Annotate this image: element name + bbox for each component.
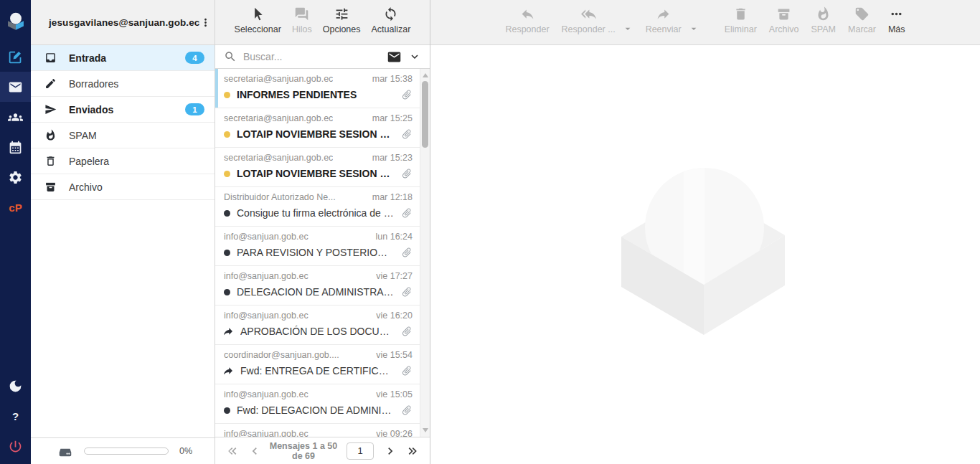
read-dot-icon: [224, 289, 230, 295]
message-row[interactable]: secretaria@sanjuan.gob.ecmar 15:25LOTAIP…: [215, 108, 420, 148]
message-sender: info@sanjuan.gob.ec: [224, 389, 308, 399]
read-dot-icon: [224, 407, 230, 414]
scrollbar-up-arrow[interactable]: [423, 73, 428, 77]
search-options-chevron-down-icon[interactable]: [408, 50, 421, 63]
toolbar-button-spam[interactable]: SPAM: [811, 6, 837, 34]
toolbar-button-responder[interactable]: Responder: [505, 6, 549, 34]
toolbar-button-seleccionar[interactable]: Seleccionar: [235, 6, 281, 34]
toolbar-button-eliminar[interactable]: Eliminar: [725, 6, 757, 34]
search-source-envelope-icon[interactable]: [387, 49, 402, 65]
cursor-icon: [250, 6, 265, 22]
tune-icon: [334, 6, 349, 22]
app-logo-button[interactable]: [0, 0, 31, 42]
toolbar-button-marcar[interactable]: Marcar: [848, 6, 876, 34]
message-row[interactable]: coordinador@sanjuan.gob....vie 15:54Fwd:…: [215, 345, 420, 384]
mail-button[interactable]: [0, 72, 31, 102]
more-icon: [889, 6, 904, 22]
toolbar-button-label: Hilos: [292, 24, 312, 34]
settings-button[interactable]: [0, 162, 31, 192]
previous-page-button[interactable]: [246, 442, 263, 460]
message-actions-toolbar: ResponderResponder ...ReenviarEliminarAr…: [430, 0, 980, 45]
calendar-button[interactable]: [0, 132, 31, 162]
page-number-input[interactable]: [347, 442, 374, 460]
toolbar-caret-responder[interactable]: [622, 23, 633, 34]
first-page-button[interactable]: [224, 442, 241, 460]
folder-item-archivo[interactable]: Archivo: [31, 174, 215, 200]
account-email: jesusgavilanes@sanjuan.gob.ec: [49, 17, 199, 28]
toolbar-button-label: Más: [888, 24, 905, 34]
forwarded-icon: [222, 326, 234, 337]
message-time: mar 15:25: [372, 113, 413, 123]
toolbar-button-label: Reenviar: [646, 24, 682, 34]
folder-item-papelera[interactable]: Papelera: [31, 148, 215, 174]
toolbar-button-label: Seleccionar: [235, 24, 281, 34]
compose-button[interactable]: [0, 42, 31, 72]
message-row[interactable]: info@sanjuan.gob.ecvie 15:05Fwd: DELEGAC…: [215, 384, 420, 424]
toolbar-button-archivo[interactable]: Archivo: [769, 6, 799, 34]
cpanel-icon: cP: [9, 202, 22, 214]
message-row[interactable]: Distribuidor Autorizado Ne...mar 12:18Co…: [215, 187, 420, 227]
toolbar-button-reenviar[interactable]: Reenviar: [646, 6, 682, 34]
toolbar-button-responder[interactable]: Responder ...: [562, 6, 616, 34]
pencil-icon: [44, 77, 57, 90]
help-button[interactable]: ?: [0, 401, 31, 431]
toolbar-button-opciones[interactable]: Opciones: [323, 6, 361, 34]
reading-pane: ResponderResponder ...ReenviarEliminarAr…: [430, 0, 980, 464]
toolbar-button-hilos[interactable]: Hilos: [292, 6, 312, 34]
archive-icon: [776, 6, 791, 22]
search-input[interactable]: [243, 51, 380, 62]
message-row[interactable]: info@sanjuan.gob.eclun 16:24PARA REVISIO…: [215, 227, 420, 266]
account-menu-button[interactable]: [199, 14, 212, 31]
folder-label: Entrada: [69, 52, 185, 64]
next-page-button[interactable]: [382, 442, 399, 460]
message-list: secretaria@sanjuan.gob.ecmar 15:38INFORM…: [215, 69, 420, 437]
toolbar-button-label: SPAM: [811, 24, 837, 34]
disk-usage-bar: [84, 448, 169, 455]
message-row[interactable]: info@sanjuan.gob.ecvie 09:26: [215, 424, 420, 437]
message-subject: LOTAIP NOVIEMBRE SESION 061: [237, 168, 395, 179]
folder-item-entrada[interactable]: Entrada4: [31, 45, 215, 71]
folder-label: Papelera: [69, 156, 204, 167]
search-bar: [215, 45, 430, 69]
scrollbar-thumb[interactable]: [422, 81, 428, 148]
nav-rail: cP ?: [0, 0, 31, 464]
contacts-button[interactable]: [0, 102, 31, 132]
message-sender: info@sanjuan.gob.ec: [224, 271, 308, 281]
pagination-label: Mensajes 1 a 50 de 69: [268, 441, 339, 461]
folder-label: Borradores: [69, 78, 204, 90]
logout-button[interactable]: [0, 431, 31, 461]
message-row[interactable]: info@sanjuan.gob.ecvie 17:27DELEGACION D…: [215, 266, 420, 306]
toolbar-button-actualizar[interactable]: Actualizar: [372, 6, 411, 34]
refresh-icon: [383, 6, 398, 22]
folder-label: SPAM: [69, 130, 204, 141]
last-page-button[interactable]: [404, 442, 421, 460]
toolbar-button-label: Archivo: [769, 24, 799, 34]
forwarded-icon: [222, 365, 234, 377]
attachment-paperclip-icon: [399, 323, 415, 340]
search-icon: [224, 50, 237, 63]
folder-item-spam[interactable]: SPAM: [31, 123, 215, 148]
folder-item-borradores[interactable]: Borradores: [31, 71, 215, 97]
hard-drive-icon: [57, 443, 73, 459]
attachment-paperclip-icon: [399, 245, 415, 261]
toolbar-button-label: Marcar: [848, 24, 876, 34]
threads-icon: [294, 6, 309, 22]
cpanel-button[interactable]: cP: [0, 192, 31, 222]
forward-icon: [656, 6, 671, 22]
message-row[interactable]: info@sanjuan.gob.ecvie 16:20APROBACIÓN D…: [215, 306, 420, 345]
message-subject: INFORMES PENDIENTES: [237, 89, 395, 100]
toolbar-button-m-s[interactable]: Más: [888, 6, 905, 34]
folder-item-enviados[interactable]: Enviados1: [31, 97, 215, 123]
unread-count-badge: 4: [185, 52, 204, 64]
scrollbar-down-arrow[interactable]: [423, 428, 428, 432]
app-logo-icon: [6, 11, 26, 31]
attachment-paperclip-icon: [399, 166, 415, 182]
toolbar-button-label: Actualizar: [372, 24, 411, 34]
toolbar-caret-reenviar[interactable]: [688, 23, 699, 34]
dark-mode-button[interactable]: [0, 371, 31, 401]
nav-rail-bottom: ?: [0, 371, 31, 464]
message-row[interactable]: secretaria@sanjuan.gob.ecmar 15:23LOTAIP…: [215, 148, 420, 187]
message-time: vie 15:05: [376, 389, 413, 399]
message-row[interactable]: secretaria@sanjuan.gob.ecmar 15:38INFORM…: [215, 69, 420, 108]
message-sender: info@sanjuan.gob.ec: [224, 232, 308, 242]
